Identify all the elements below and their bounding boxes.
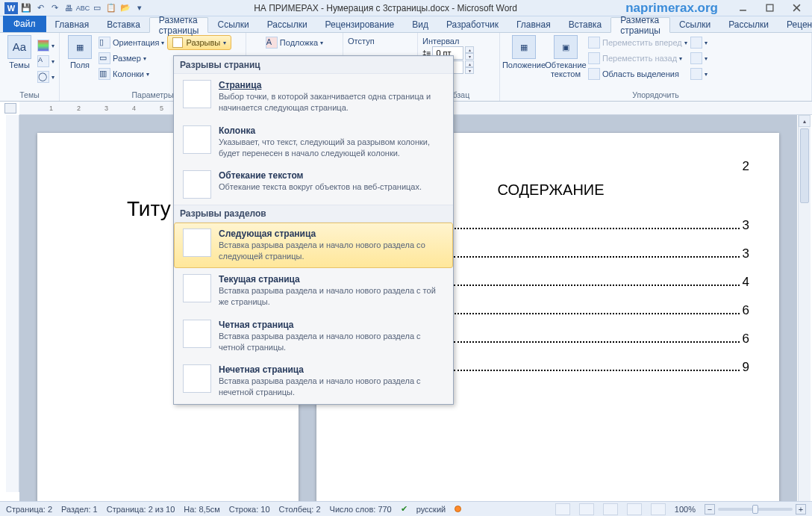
save-icon[interactable]: 💾 — [20, 2, 32, 14]
gallery-item[interactable]: Следующая страницаВставка разрыва раздел… — [174, 223, 453, 268]
maximize-button[interactable] — [758, 1, 781, 15]
gallery-item[interactable]: Четная страницаВставка разрыва раздела и… — [174, 314, 453, 359]
window-title: НА ПРИМЕРАХ - Нумерация с 3страницы.docx… — [146, 3, 625, 13]
themes-button[interactable]: Aa Темы — [4, 35, 34, 69]
ribbon-tab[interactable]: Рецензирование — [778, 16, 812, 32]
undo-icon[interactable]: ↶ — [34, 2, 46, 14]
theme-colors-button[interactable]: ▾ — [37, 38, 54, 53]
status-line[interactable]: Строка: 10 — [229, 505, 270, 514]
redo-icon[interactable]: ↷ — [49, 2, 60, 14]
status-position[interactable]: На: 8,5см — [184, 505, 220, 514]
theme-effects-button[interactable]: ◯▾ — [37, 69, 54, 84]
ribbon-tab[interactable]: Разработчик — [437, 16, 508, 32]
qat-dropdown-icon[interactable]: ▾ — [134, 2, 146, 14]
breaks-button[interactable]: Разрывы▾ — [167, 35, 231, 50]
open-icon[interactable]: 📂 — [119, 2, 131, 14]
print-icon[interactable]: 🖶 — [63, 2, 75, 14]
status-column[interactable]: Столбец: 2 — [279, 505, 321, 514]
macro-record-icon[interactable] — [455, 506, 461, 512]
orientation-icon: ▯ — [99, 37, 110, 49]
ribbon-tab[interactable]: Главная — [508, 16, 560, 32]
vertical-ruler[interactable] — [6, 115, 19, 492]
preview-icon[interactable]: ▭ — [91, 2, 103, 14]
view-full-screen[interactable] — [579, 503, 594, 515]
ribbon-tabs: Файл ГлавнаяВставкаРазметка страницыСсыл… — [0, 16, 812, 33]
gallery-item-icon — [183, 170, 211, 199]
view-draft[interactable] — [651, 503, 666, 515]
view-outline[interactable] — [627, 503, 642, 515]
send-backward-button: Переместить назад▾ — [588, 51, 687, 66]
ribbon-tab[interactable]: Рассылки — [258, 16, 316, 32]
theme-fonts-button[interactable]: A▾ — [37, 54, 54, 69]
zoom-out-button[interactable]: − — [705, 504, 715, 515]
gallery-item[interactable]: Обтекание текстомОбтекание текста вокруг… — [174, 164, 453, 205]
minimize-button[interactable] — [731, 1, 754, 15]
align-button: ▾ — [690, 35, 708, 50]
zoom-slider[interactable] — [718, 508, 793, 511]
scroll-up-button[interactable]: ▴ — [799, 115, 811, 127]
ribbon-tab[interactable]: Рецензирование — [316, 16, 404, 32]
paste-icon[interactable]: 📋 — [105, 2, 117, 14]
orientation-button[interactable]: ▯Ориентация▾ — [99, 35, 164, 50]
scroll-thumb[interactable] — [800, 128, 809, 203]
file-tab[interactable]: Файл — [3, 16, 46, 32]
selection-pane-button[interactable]: Область выделения — [588, 66, 687, 81]
position-button[interactable]: ▦Положение — [505, 35, 543, 69]
wrap-text-button[interactable]: ▣Обтекание текстом — [546, 35, 585, 78]
size-icon: ▭ — [99, 52, 110, 64]
group-label-arrange: Упорядочить — [505, 90, 807, 99]
ribbon-tab[interactable]: Рассылки — [719, 16, 778, 32]
view-web-layout[interactable] — [603, 503, 618, 515]
margins-icon: ▦ — [68, 35, 92, 59]
word-icon: W — [4, 2, 18, 14]
columns-button[interactable]: ▥Колонки▾ — [99, 66, 164, 81]
ribbon-tab[interactable]: Вставка — [560, 16, 611, 32]
status-page-of[interactable]: Страница: 2 из 10 — [107, 505, 175, 514]
themes-label: Темы — [9, 60, 30, 69]
page1-text: Титу — [127, 197, 171, 220]
status-words[interactable]: Число слов: 770 — [330, 505, 392, 514]
status-language[interactable]: русский — [416, 505, 446, 514]
breaks-gallery: Разрывы страниц СтраницаВыбор точки, в к… — [173, 55, 454, 405]
zoom-in-button[interactable]: + — [796, 504, 806, 515]
close-button[interactable] — [785, 1, 808, 15]
margins-button[interactable]: ▦ Поля — [64, 35, 96, 69]
view-print-layout[interactable] — [555, 503, 570, 515]
ribbon-tab[interactable]: Разметка страницы — [149, 17, 209, 33]
watermark-button[interactable]: AПодложка▾ — [266, 35, 323, 50]
ribbon-tab[interactable]: Ссылки — [208, 16, 257, 32]
gallery-item[interactable]: КолонкаУказывает, что текст, следующий з… — [174, 119, 453, 165]
gallery-item[interactable]: СтраницаВыбор точки, в которой заканчива… — [174, 74, 453, 119]
status-spell-icon[interactable]: ✔ — [401, 504, 407, 514]
ribbon-tab[interactable]: Главная — [46, 16, 99, 32]
title-bar: W 💾 ↶ ↷ 🖶 ABC ▭ 📋 📂 ▾ НА ПРИМЕРАХ - Нуме… — [0, 0, 812, 16]
themes-icon: Aa — [7, 35, 31, 59]
gallery-item-icon — [183, 80, 211, 108]
status-page[interactable]: Страница: 2 — [6, 505, 52, 514]
gallery-item-icon — [183, 364, 211, 393]
gallery-header-section-breaks: Разрывы разделов — [174, 205, 453, 223]
gallery-item-icon — [183, 229, 211, 257]
vertical-scrollbar[interactable]: ▴ — [798, 115, 811, 501]
gallery-item[interactable]: Нечетная страницаВставка разрыва раздела… — [174, 358, 453, 404]
group-objects-button: ▾ — [690, 51, 708, 66]
size-button[interactable]: ▭Размер▾ — [99, 51, 164, 66]
status-section[interactable]: Раздел: 1 — [61, 505, 98, 514]
gallery-item-icon — [183, 320, 211, 348]
effects-icon: ◯ — [37, 71, 49, 83]
gallery-item[interactable]: Текущая страницаВставка разрыва раздела … — [174, 268, 453, 314]
ribbon-tab[interactable]: Ссылки — [670, 16, 719, 32]
svg-rect-1 — [766, 4, 773, 11]
status-bar: Страница: 2 Раздел: 1 Страница: 2 из 10 … — [0, 501, 812, 516]
send-backward-icon — [588, 52, 600, 64]
bring-forward-icon — [588, 37, 600, 49]
spelling-icon[interactable]: ABC — [77, 2, 89, 14]
align-icon — [690, 37, 702, 49]
group-label-themes: Темы — [4, 90, 54, 99]
tab-selector[interactable] — [4, 103, 16, 114]
ribbon-tab[interactable]: Вид — [403, 16, 437, 32]
ribbon-tab[interactable]: Разметка страницы — [610, 17, 670, 33]
zoom-level[interactable]: 100% — [675, 505, 696, 514]
gallery-header-page-breaks: Разрывы страниц — [174, 56, 453, 74]
ribbon-tab[interactable]: Вставка — [98, 16, 149, 32]
